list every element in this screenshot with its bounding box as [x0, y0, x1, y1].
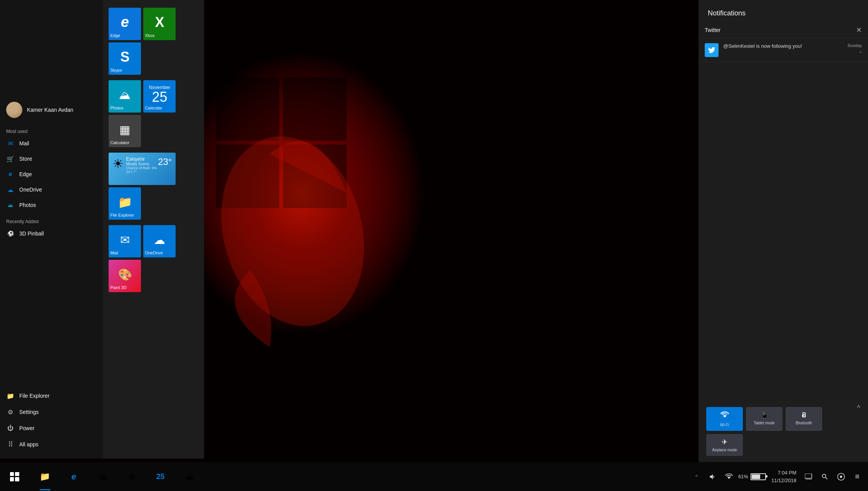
tile-photos-label: Photos: [110, 106, 123, 110]
tile-fileexplorer-label: File Explorer: [110, 213, 134, 217]
tile-onedrive-label: OneDrive: [145, 251, 163, 255]
start-icon: [10, 472, 19, 481]
tray-chevron-button[interactable]: ^: [690, 470, 704, 484]
all-apps-icon: ⠿: [6, 440, 15, 449]
bottom-settings[interactable]: ⚙ Settings: [0, 404, 103, 420]
clock-date: 11/12/2018: [771, 477, 796, 484]
tray-battery[interactable]: 61%: [738, 473, 766, 480]
tile-skype-label: Skype: [110, 68, 122, 72]
app-list-3dpinball[interactable]: ⚽ 3D Pinball: [0, 226, 103, 241]
airplane-label: Airplane mode: [712, 448, 737, 452]
power-label: Power: [19, 425, 35, 431]
tiles-row-4: ✉ Mail ☁ OneDrive 🎨 Paint 3D: [107, 224, 200, 294]
taskbar-clock[interactable]: 7:04 PM 11/12/2018: [768, 469, 799, 484]
app-list-mail[interactable]: ✉ Mail: [0, 136, 103, 151]
action-bluetooth[interactable]: Ƀ Bluetooth: [786, 407, 822, 431]
tiles-row-1: e Edge X Xbox S Skype: [107, 6, 200, 76]
bottom-all-apps[interactable]: ⠿ All apps: [0, 436, 103, 452]
taskbar-store[interactable]: 🛍: [88, 462, 117, 491]
svg-rect-3: [283, 77, 347, 141]
svg-point-10: [840, 476, 842, 478]
user-profile[interactable]: Kamer Kaan Avdan: [0, 92, 103, 126]
weather-tile-range: 24°/ 7°: [126, 170, 158, 174]
notif-expand-button[interactable]: ˅: [859, 51, 862, 57]
tile-xbox[interactable]: X Xbox: [143, 8, 176, 40]
taskbar-settings[interactable]: ⚙: [117, 462, 146, 491]
tile-photos[interactable]: ⛰ Photos: [109, 80, 141, 113]
app-list-onedrive[interactable]: ☁ OneDrive: [0, 182, 103, 197]
action-tablet-mode[interactable]: 📱 Tablet mode: [746, 407, 783, 431]
settings-icon: ⚙: [6, 408, 15, 416]
taskbar-settings-icon: ⚙: [128, 472, 136, 482]
store-icon: 🛒: [6, 155, 15, 163]
notif-time: Sunday: [848, 43, 862, 48]
battery-icon: [751, 473, 766, 480]
taskbar-explorer[interactable]: 📁: [30, 462, 59, 491]
avatar: [6, 102, 22, 118]
settings-label: Settings: [19, 409, 39, 415]
start-button[interactable]: [0, 462, 29, 491]
app-list-photos[interactable]: ⛰ Photos: [0, 197, 103, 213]
action-center-collapse[interactable]: ^: [857, 404, 860, 412]
power-icon: ⏻: [6, 424, 15, 432]
file-explorer-label: File Explorer: [19, 393, 50, 399]
bottom-file-explorer[interactable]: 📁 File Explorer: [0, 388, 103, 404]
start-tiles-panel: e Edge X Xbox S Skype ⛰ Photos Novem: [103, 0, 204, 459]
wifi-icon: [721, 411, 729, 421]
taskbar-items: 📁 e 🛍 ⚙ 25 ⛰: [29, 462, 690, 491]
notif-close-button[interactable]: ✕: [856, 26, 862, 34]
app-label-store: Store: [19, 156, 32, 162]
taskbar-calendar[interactable]: 25: [146, 462, 175, 491]
tile-xbox-label: Xbox: [145, 33, 154, 38]
tray-search-button[interactable]: [818, 470, 832, 484]
tile-calendar[interactable]: November 25 Calendar: [143, 80, 176, 113]
taskbar-explorer-icon: 📁: [40, 472, 50, 482]
pinball-icon: ⚽: [6, 229, 15, 238]
tile-mail[interactable]: ✉ Mail: [109, 225, 141, 257]
weather-tile-condition: Mostly Sunny: [126, 162, 158, 166]
action-wifi[interactable]: Wi-Fi: [706, 407, 743, 431]
tiles-row-3: ☀ Eskişehir Mostly Sunny Chance of Rain:…: [107, 151, 200, 221]
app-list-store[interactable]: 🛒 Store: [0, 151, 103, 166]
action-airplane[interactable]: ✈ Airplane mode: [706, 434, 743, 456]
tile-weather[interactable]: ☀ Eskişehir Mostly Sunny Chance of Rain:…: [109, 153, 176, 185]
tile-onedrive[interactable]: ☁ OneDrive: [143, 225, 176, 257]
taskbar-edge[interactable]: e: [59, 462, 88, 491]
user-name: Kamer Kaan Avdan: [27, 107, 73, 113]
action-buttons: Wi-Fi 📱 Tablet mode Ƀ Bluetooth ✈ Airpla…: [706, 407, 860, 456]
app-label-photos: Photos: [19, 202, 36, 208]
tile-edge-label: Edge: [110, 33, 120, 38]
tile-paint3d[interactable]: 🎨 Paint 3D: [109, 260, 141, 292]
notification-panel: Notifications Twitter ✕ @SelimKestel is …: [699, 0, 868, 459]
tile-calculator-label: Calculator: [110, 140, 129, 145]
bottom-power[interactable]: ⏻ Power: [0, 420, 103, 436]
onedrive-icon: ☁: [6, 185, 15, 194]
most-used-label: Most used: [0, 126, 103, 136]
tile-skype[interactable]: S Skype: [109, 42, 141, 75]
tray-more-button[interactable]: ≡: [850, 470, 864, 484]
taskbar-calendar-icon: 25: [156, 472, 164, 481]
edge-small-icon: e: [6, 170, 15, 178]
app-label-edge: Edge: [19, 171, 32, 177]
taskbar-store-icon: 🛍: [99, 472, 107, 482]
tray-taskview-button[interactable]: [802, 470, 816, 484]
photos-icon: ⛰: [6, 201, 15, 209]
battery-percent: 61%: [738, 474, 748, 479]
taskbar: 📁 e 🛍 ⚙ 25 ⛰ ^: [0, 462, 868, 491]
tile-calculator[interactable]: ▦ Calculator: [109, 115, 141, 147]
taskbar-photos[interactable]: ⛰: [175, 462, 204, 491]
app-label-mail: Mail: [19, 140, 29, 146]
tile-paint3d-label: Paint 3D: [110, 285, 126, 290]
app-label-3dpinball: 3D Pinball: [19, 230, 44, 237]
tray-volume-button[interactable]: [706, 470, 720, 484]
app-list-edge[interactable]: e Edge: [0, 166, 103, 182]
tablet-icon: 📱: [760, 411, 769, 419]
taskbar-edge-icon: e: [71, 472, 76, 482]
mail-icon: ✉: [6, 139, 15, 148]
tray-wifi-button[interactable]: [722, 470, 736, 484]
tile-fileexplorer[interactable]: 📁 File Explorer: [109, 187, 141, 220]
notif-source-name: Twitter: [705, 27, 721, 33]
tray-cortana-button[interactable]: [834, 470, 848, 484]
tile-edge[interactable]: e Edge: [109, 8, 141, 40]
svg-rect-2: [216, 77, 279, 141]
